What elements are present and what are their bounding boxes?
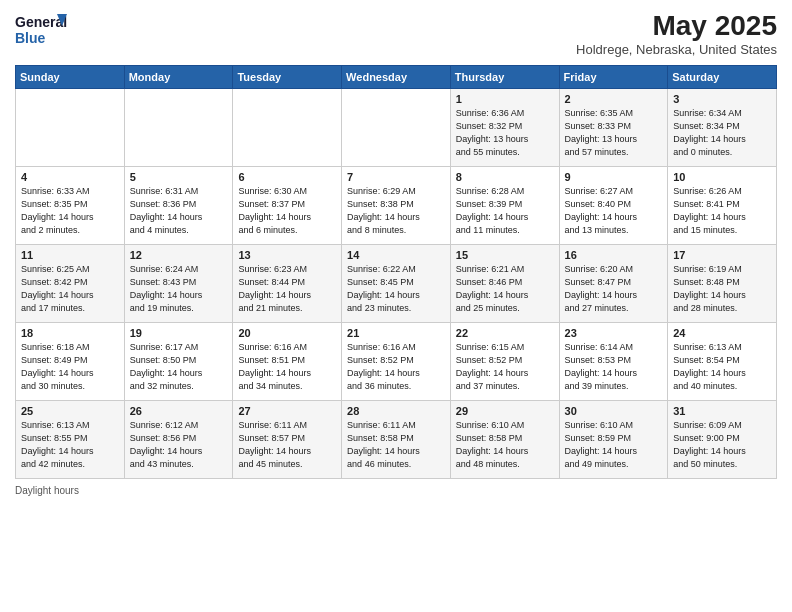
calendar-cell: 9Sunrise: 6:27 AM Sunset: 8:40 PM Daylig…: [559, 167, 668, 245]
day-info: Sunrise: 6:13 AM Sunset: 8:54 PM Dayligh…: [673, 341, 771, 393]
column-header-friday: Friday: [559, 66, 668, 89]
calendar-cell: 12Sunrise: 6:24 AM Sunset: 8:43 PM Dayli…: [124, 245, 233, 323]
day-info: Sunrise: 6:22 AM Sunset: 8:45 PM Dayligh…: [347, 263, 445, 315]
day-number: 12: [130, 249, 228, 261]
calendar-cell: 14Sunrise: 6:22 AM Sunset: 8:45 PM Dayli…: [342, 245, 451, 323]
page: GeneralBlue May 2025 Holdrege, Nebraska,…: [0, 0, 792, 612]
calendar-cell: 3Sunrise: 6:34 AM Sunset: 8:34 PM Daylig…: [668, 89, 777, 167]
day-info: Sunrise: 6:13 AM Sunset: 8:55 PM Dayligh…: [21, 419, 119, 471]
day-number: 24: [673, 327, 771, 339]
calendar-cell: 24Sunrise: 6:13 AM Sunset: 8:54 PM Dayli…: [668, 323, 777, 401]
calendar-cell: [342, 89, 451, 167]
day-info: Sunrise: 6:25 AM Sunset: 8:42 PM Dayligh…: [21, 263, 119, 315]
day-number: 30: [565, 405, 663, 417]
calendar-week-5: 25Sunrise: 6:13 AM Sunset: 8:55 PM Dayli…: [16, 401, 777, 479]
day-info: Sunrise: 6:11 AM Sunset: 8:58 PM Dayligh…: [347, 419, 445, 471]
day-number: 6: [238, 171, 336, 183]
day-info: Sunrise: 6:19 AM Sunset: 8:48 PM Dayligh…: [673, 263, 771, 315]
day-info: Sunrise: 6:16 AM Sunset: 8:51 PM Dayligh…: [238, 341, 336, 393]
calendar-cell: 31Sunrise: 6:09 AM Sunset: 9:00 PM Dayli…: [668, 401, 777, 479]
day-number: 25: [21, 405, 119, 417]
day-number: 23: [565, 327, 663, 339]
calendar-cell: 28Sunrise: 6:11 AM Sunset: 8:58 PM Dayli…: [342, 401, 451, 479]
day-info: Sunrise: 6:35 AM Sunset: 8:33 PM Dayligh…: [565, 107, 663, 159]
day-number: 22: [456, 327, 554, 339]
column-header-thursday: Thursday: [450, 66, 559, 89]
day-number: 9: [565, 171, 663, 183]
day-info: Sunrise: 6:34 AM Sunset: 8:34 PM Dayligh…: [673, 107, 771, 159]
calendar-cell: 1Sunrise: 6:36 AM Sunset: 8:32 PM Daylig…: [450, 89, 559, 167]
calendar-week-1: 1Sunrise: 6:36 AM Sunset: 8:32 PM Daylig…: [16, 89, 777, 167]
svg-text:Blue: Blue: [15, 30, 46, 46]
day-number: 28: [347, 405, 445, 417]
day-number: 26: [130, 405, 228, 417]
calendar-cell: 17Sunrise: 6:19 AM Sunset: 8:48 PM Dayli…: [668, 245, 777, 323]
day-info: Sunrise: 6:16 AM Sunset: 8:52 PM Dayligh…: [347, 341, 445, 393]
calendar-cell: 13Sunrise: 6:23 AM Sunset: 8:44 PM Dayli…: [233, 245, 342, 323]
calendar-cell: 27Sunrise: 6:11 AM Sunset: 8:57 PM Dayli…: [233, 401, 342, 479]
day-info: Sunrise: 6:10 AM Sunset: 8:59 PM Dayligh…: [565, 419, 663, 471]
main-title: May 2025: [576, 10, 777, 42]
day-info: Sunrise: 6:20 AM Sunset: 8:47 PM Dayligh…: [565, 263, 663, 315]
day-info: Sunrise: 6:09 AM Sunset: 9:00 PM Dayligh…: [673, 419, 771, 471]
day-number: 27: [238, 405, 336, 417]
calendar-week-4: 18Sunrise: 6:18 AM Sunset: 8:49 PM Dayli…: [16, 323, 777, 401]
day-number: 1: [456, 93, 554, 105]
calendar-cell: [233, 89, 342, 167]
calendar-cell: 5Sunrise: 6:31 AM Sunset: 8:36 PM Daylig…: [124, 167, 233, 245]
calendar-cell: 18Sunrise: 6:18 AM Sunset: 8:49 PM Dayli…: [16, 323, 125, 401]
calendar-cell: 30Sunrise: 6:10 AM Sunset: 8:59 PM Dayli…: [559, 401, 668, 479]
calendar-cell: 6Sunrise: 6:30 AM Sunset: 8:37 PM Daylig…: [233, 167, 342, 245]
column-header-tuesday: Tuesday: [233, 66, 342, 89]
subtitle: Holdrege, Nebraska, United States: [576, 42, 777, 57]
title-block: May 2025 Holdrege, Nebraska, United Stat…: [576, 10, 777, 57]
day-info: Sunrise: 6:11 AM Sunset: 8:57 PM Dayligh…: [238, 419, 336, 471]
calendar-cell: 23Sunrise: 6:14 AM Sunset: 8:53 PM Dayli…: [559, 323, 668, 401]
day-info: Sunrise: 6:14 AM Sunset: 8:53 PM Dayligh…: [565, 341, 663, 393]
calendar-cell: 22Sunrise: 6:15 AM Sunset: 8:52 PM Dayli…: [450, 323, 559, 401]
day-info: Sunrise: 6:29 AM Sunset: 8:38 PM Dayligh…: [347, 185, 445, 237]
day-info: Sunrise: 6:15 AM Sunset: 8:52 PM Dayligh…: [456, 341, 554, 393]
column-header-monday: Monday: [124, 66, 233, 89]
calendar-cell: 10Sunrise: 6:26 AM Sunset: 8:41 PM Dayli…: [668, 167, 777, 245]
calendar-cell: 19Sunrise: 6:17 AM Sunset: 8:50 PM Dayli…: [124, 323, 233, 401]
calendar-cell: [16, 89, 125, 167]
logo: GeneralBlue: [15, 10, 70, 48]
calendar-cell: 8Sunrise: 6:28 AM Sunset: 8:39 PM Daylig…: [450, 167, 559, 245]
calendar-cell: 2Sunrise: 6:35 AM Sunset: 8:33 PM Daylig…: [559, 89, 668, 167]
calendar-cell: 25Sunrise: 6:13 AM Sunset: 8:55 PM Dayli…: [16, 401, 125, 479]
day-info: Sunrise: 6:23 AM Sunset: 8:44 PM Dayligh…: [238, 263, 336, 315]
calendar-header-row: SundayMondayTuesdayWednesdayThursdayFrid…: [16, 66, 777, 89]
calendar-cell: 4Sunrise: 6:33 AM Sunset: 8:35 PM Daylig…: [16, 167, 125, 245]
day-info: Sunrise: 6:21 AM Sunset: 8:46 PM Dayligh…: [456, 263, 554, 315]
day-info: Sunrise: 6:36 AM Sunset: 8:32 PM Dayligh…: [456, 107, 554, 159]
day-number: 3: [673, 93, 771, 105]
logo-svg: GeneralBlue: [15, 10, 70, 48]
day-number: 18: [21, 327, 119, 339]
day-info: Sunrise: 6:18 AM Sunset: 8:49 PM Dayligh…: [21, 341, 119, 393]
calendar-cell: 20Sunrise: 6:16 AM Sunset: 8:51 PM Dayli…: [233, 323, 342, 401]
day-number: 19: [130, 327, 228, 339]
day-number: 8: [456, 171, 554, 183]
column-header-sunday: Sunday: [16, 66, 125, 89]
day-number: 5: [130, 171, 228, 183]
calendar-cell: 26Sunrise: 6:12 AM Sunset: 8:56 PM Dayli…: [124, 401, 233, 479]
day-number: 2: [565, 93, 663, 105]
calendar-week-3: 11Sunrise: 6:25 AM Sunset: 8:42 PM Dayli…: [16, 245, 777, 323]
day-number: 17: [673, 249, 771, 261]
calendar-cell: 21Sunrise: 6:16 AM Sunset: 8:52 PM Dayli…: [342, 323, 451, 401]
day-number: 13: [238, 249, 336, 261]
calendar-cell: 7Sunrise: 6:29 AM Sunset: 8:38 PM Daylig…: [342, 167, 451, 245]
calendar-week-2: 4Sunrise: 6:33 AM Sunset: 8:35 PM Daylig…: [16, 167, 777, 245]
footer: Daylight hours: [15, 485, 777, 496]
calendar-cell: 29Sunrise: 6:10 AM Sunset: 8:58 PM Dayli…: [450, 401, 559, 479]
day-number: 15: [456, 249, 554, 261]
day-number: 29: [456, 405, 554, 417]
day-number: 4: [21, 171, 119, 183]
day-info: Sunrise: 6:26 AM Sunset: 8:41 PM Dayligh…: [673, 185, 771, 237]
daylight-label: Daylight hours: [15, 485, 79, 496]
column-header-wednesday: Wednesday: [342, 66, 451, 89]
day-info: Sunrise: 6:31 AM Sunset: 8:36 PM Dayligh…: [130, 185, 228, 237]
day-info: Sunrise: 6:33 AM Sunset: 8:35 PM Dayligh…: [21, 185, 119, 237]
calendar-table: SundayMondayTuesdayWednesdayThursdayFrid…: [15, 65, 777, 479]
